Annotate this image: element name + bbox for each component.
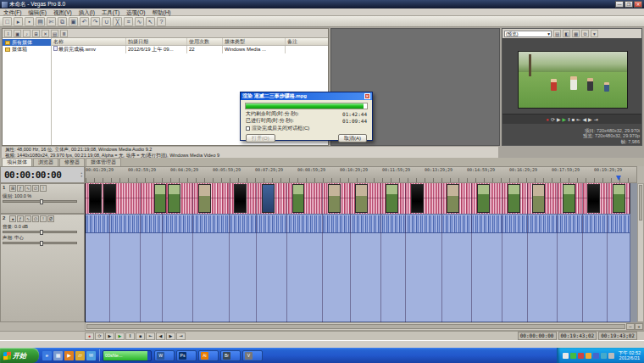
video-event-thumbnail[interactable] — [262, 184, 275, 213]
track-fx-icon[interactable]: ƒ — [17, 185, 24, 192]
go-to-start-icon[interactable]: ⇤ — [576, 115, 580, 124]
menu-item[interactable]: 工具(T) — [98, 8, 123, 15]
audio-track-header[interactable]: 2●ƒ∿∅!Ø 音量: 0.0 dB 声相: 中心 — [0, 214, 85, 322]
video-event-thumbnail[interactable] — [563, 184, 575, 213]
zoom-out-button[interactable]: − — [626, 323, 635, 330]
menu-item[interactable]: 帮助(H) — [149, 8, 175, 15]
tree-item[interactable]: 媒体箱 — [3, 46, 51, 53]
whats-this-help-icon[interactable]: ? — [157, 17, 166, 26]
view-mode-icon[interactable]: ≣ — [60, 30, 68, 37]
zoom-in-button[interactable]: + — [635, 323, 643, 330]
illustrator-window-button[interactable]: Ai — [198, 350, 219, 361]
normal-edit-tool-icon[interactable]: ↖ — [146, 17, 155, 26]
dialog-cancel-button[interactable]: 取消(A) — [338, 134, 367, 142]
safe-area-overlay-icon[interactable]: ▦ — [572, 30, 580, 37]
next-frame-icon[interactable]: ▶ — [588, 115, 592, 124]
previous-frame-icon[interactable]: ◀ — [156, 332, 165, 340]
remove-media-icon[interactable]: ✕ — [42, 30, 49, 37]
video-event-thumbnail[interactable] — [411, 184, 424, 213]
menu-item[interactable]: 选项(O) — [123, 8, 148, 15]
pause-icon[interactable]: ‖ — [125, 332, 135, 340]
video-event-thumbnail[interactable] — [532, 184, 545, 213]
go-to-end-icon[interactable]: ⇥ — [176, 332, 186, 340]
video-track-header[interactable]: 1⊞ƒ∿∅! 级别: 100.0 % — [0, 183, 85, 214]
time-spinner-icons[interactable]: ▴▾ — [80, 171, 84, 178]
photoshop-window-button[interactable]: Ps — [176, 350, 197, 361]
capture-video-icon[interactable]: ▣ — [14, 30, 21, 37]
video-track-content[interactable] — [85, 183, 637, 214]
preview-quality-dropdown[interactable]: (预览) ▾ — [504, 31, 552, 37]
save-project-icon[interactable]: ▪ — [25, 17, 34, 26]
menu-item[interactable]: 编辑(E) — [25, 8, 50, 15]
column-header[interactable]: 拍摄日期 — [126, 38, 187, 45]
selection-end-time[interactable]: 00:19:43;02 — [558, 332, 597, 340]
stop-icon[interactable]: ■ — [572, 115, 575, 124]
dialog-open-button[interactable]: 打开(O) — [246, 134, 275, 142]
dialog-titlebar[interactable]: 渲染 退减二三事步骤格.mpg ✕ — [241, 92, 372, 100]
vegas-window-button[interactable]: V — [242, 350, 263, 361]
solo-icon[interactable]: ! — [40, 185, 47, 192]
mute-icon[interactable]: ∅ — [32, 185, 39, 192]
menu-item[interactable]: 视图(V) — [50, 8, 75, 15]
record-icon[interactable]: ● — [546, 115, 549, 124]
column-header[interactable]: 媒体类型 — [223, 38, 286, 45]
audio-pan-slider[interactable] — [3, 242, 77, 244]
start-button[interactable]: 开始 — [0, 348, 39, 363]
play-icon[interactable]: ▶ — [115, 332, 125, 340]
video-event-thumbnail[interactable] — [386, 184, 398, 213]
dock-tab[interactable]: 修整器 — [59, 158, 85, 166]
ripple-edit-icon[interactable]: ≡ — [124, 17, 133, 26]
auto-crossfade-icon[interactable]: ╳ — [113, 17, 122, 26]
column-header[interactable]: 名称 — [52, 38, 126, 45]
antivirus-icon[interactable] — [570, 353, 576, 359]
video-event-thumbnail[interactable] — [447, 184, 459, 213]
marker-icon[interactable] — [616, 176, 621, 181]
split-screen-view-icon[interactable]: ◧ — [563, 30, 570, 37]
slider-knob[interactable] — [40, 199, 43, 204]
folder-icon[interactable]: ▱ — [75, 351, 85, 360]
video-event-thumbnail[interactable] — [613, 184, 625, 213]
timeline-vertical-scrollbar[interactable] — [637, 183, 644, 322]
phase-invert-icon[interactable]: Ø — [47, 215, 54, 222]
video-event-thumbnail[interactable] — [234, 184, 247, 213]
media-file-row[interactable]: 最后完成稿.wmv2012/6/19 上午 09...22Windows Med… — [52, 46, 328, 53]
video-event-thumbnail[interactable] — [508, 184, 520, 213]
new-bin-icon[interactable]: ⊞ — [32, 30, 40, 37]
column-header[interactable]: 使用次数 — [187, 38, 223, 45]
video-event-thumbnail[interactable] — [587, 184, 600, 213]
preview-settings-icon[interactable]: ▤ — [553, 30, 561, 37]
video-event-thumbnail[interactable] — [103, 184, 116, 213]
dialog-close-icon[interactable]: ✕ — [364, 93, 370, 99]
pause-icon[interactable]: ‖ — [568, 115, 569, 124]
video-event-thumbnail[interactable] — [292, 184, 305, 213]
import-media-icon[interactable]: ⇩ — [4, 30, 12, 37]
video-event-thumbnail[interactable] — [198, 184, 211, 213]
network-icon[interactable] — [593, 353, 599, 359]
cursor-position-time[interactable]: 00:00:00:00 — [518, 332, 557, 340]
safely-remove-icon[interactable] — [608, 353, 614, 359]
snapshot-save-icon[interactable]: ▾ — [591, 30, 598, 37]
menu-item[interactable]: 文件(F) — [0, 8, 25, 15]
column-header[interactable]: 备注 — [286, 38, 328, 45]
timeline-horizontal-scrollbar[interactable]: − + — [85, 322, 644, 331]
video-event-thumbnail[interactable] — [477, 184, 490, 213]
timeline-ruler[interactable]: 00:01:29;2900:02:59;2900:04:29;2900:05:5… — [85, 166, 637, 183]
show-desktop-icon[interactable]: ▦ — [53, 351, 63, 360]
dock-tab[interactable]: 媒体管理器 — [86, 158, 121, 166]
media-properties-icon[interactable]: ▤ — [51, 30, 58, 37]
word-window-button[interactable]: W — [154, 350, 175, 361]
audio-event[interactable] — [85, 214, 630, 322]
video-event-thumbnail[interactable] — [355, 184, 368, 213]
minimize-button[interactable]: — — [615, 1, 624, 8]
next-frame-icon[interactable]: ▶ — [166, 332, 175, 340]
open-project-icon[interactable]: ▸ — [14, 17, 23, 26]
undo-icon[interactable]: ↶ — [80, 17, 89, 26]
solo-icon[interactable]: ! — [40, 215, 47, 222]
video-event-thumbnail[interactable] — [154, 184, 167, 213]
snapshot-copy-icon[interactable]: ⧉ — [581, 30, 589, 37]
dock-tab[interactable]: 项目媒体 — [2, 158, 32, 166]
video-event-thumbnail[interactable] — [328, 184, 341, 213]
update-icon[interactable] — [586, 353, 591, 359]
arm-record-icon[interactable]: ● — [9, 215, 16, 222]
redo-icon[interactable]: ↷ — [91, 17, 100, 26]
